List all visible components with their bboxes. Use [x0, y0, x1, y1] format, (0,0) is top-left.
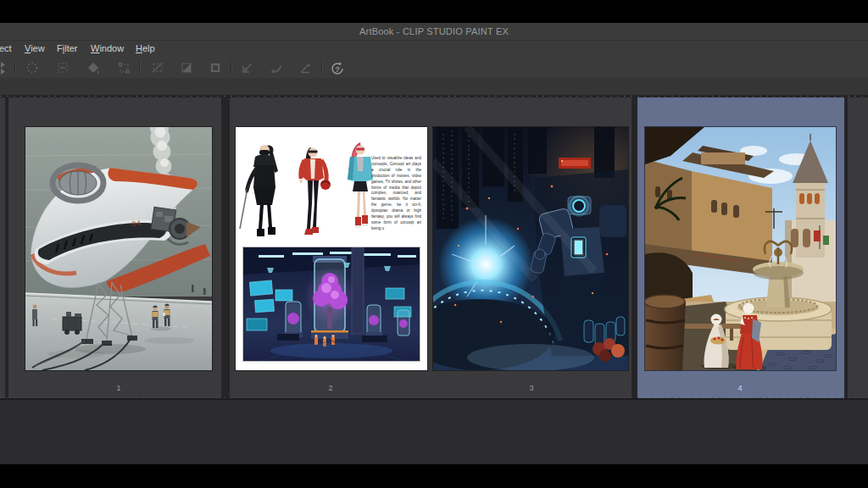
fashion-sketch-red-jacket [290, 144, 332, 247]
page-number-2: 2 [305, 384, 356, 392]
toolbar-separator [231, 60, 232, 75]
svg-text:04: 04 [131, 219, 142, 228]
menu-bar: ect View Filter Window Help [0, 41, 868, 58]
page-3-artwork [433, 127, 628, 370]
app-window: ArtBook - CLIP STUDIO PAINT EX ect View … [0, 0, 868, 488]
collapse-arrows-icon[interactable] [0, 61, 11, 75]
crop-area-icon[interactable] [117, 61, 131, 75]
selection-border-icon[interactable] [209, 61, 222, 75]
deselect-icon[interactable] [151, 61, 164, 75]
command-bar: ? [0, 58, 868, 78]
window-title: ArtBook - CLIP STUDIO PAINT EX [359, 26, 509, 36]
curve-tool-icon[interactable] [270, 61, 283, 75]
menu-item-select-clipped[interactable]: ect [0, 43, 12, 53]
select-additional-icon[interactable] [25, 61, 39, 75]
toolbar-separator [14, 60, 16, 75]
title-bar: ArtBook - CLIP STUDIO PAINT EX [0, 23, 868, 41]
invert-selection-icon[interactable] [180, 61, 193, 75]
page-number-4: 4 [715, 384, 765, 392]
fashion-sketch-ninja [239, 141, 288, 247]
page-2-lab-illustration [243, 247, 420, 361]
menu-item-view[interactable]: View [25, 43, 45, 53]
page-cell-edge [0, 97, 5, 398]
page-1-artwork: 04 [25, 127, 212, 370]
toolbar-separator [321, 60, 323, 75]
menu-item-help[interactable]: Help [136, 43, 155, 53]
page-2-thumbnail[interactable]: Used to visualize ideas and concepts, Co… [236, 127, 427, 370]
page-4-thumbnail[interactable] [645, 127, 836, 370]
toolbar-separator [139, 60, 141, 75]
fill-tool-icon[interactable] [86, 61, 100, 75]
page-2-paragraph: Used to visualize ideas and concepts, Co… [371, 156, 421, 251]
menu-item-filter[interactable]: Filter [57, 43, 77, 53]
page-number-3: 3 [506, 384, 557, 392]
page-3-thumbnail[interactable] [433, 127, 628, 370]
line-correction-icon[interactable] [298, 61, 312, 75]
page-number-1: 1 [93, 384, 144, 392]
page-cell-next [848, 97, 868, 398]
svg-text:?: ? [335, 65, 340, 74]
page-manager-lower-area [0, 398, 868, 464]
menu-item-window[interactable]: Window [91, 43, 124, 53]
shrink-selection-icon[interactable] [56, 61, 70, 75]
page-4-artwork [645, 127, 836, 370]
snap-to-corner-icon[interactable] [241, 61, 254, 75]
toolbar-substrip [0, 78, 868, 95]
page-1-thumbnail[interactable]: 04 [25, 127, 212, 370]
help-icon[interactable]: ? [330, 61, 343, 75]
